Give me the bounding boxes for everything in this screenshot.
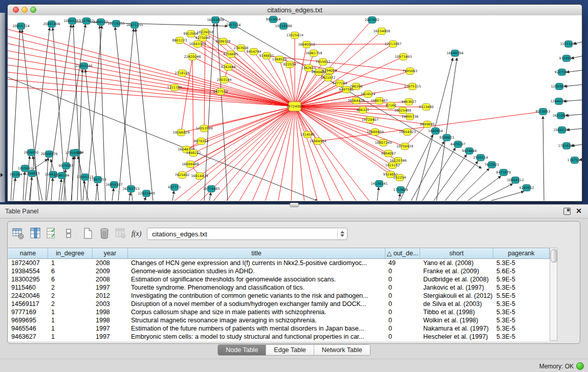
- table-cell[interactable]: 18724007: [8, 259, 48, 267]
- table-cell[interactable]: Genome-wide association studies in ADHD.: [128, 267, 385, 275]
- graph-edge[interactable]: [115, 27, 133, 201]
- table-row[interactable]: 946362711997Embryonic stem cells: a mode…: [8, 333, 550, 341]
- table-cell[interactable]: Embryonic stem cells: a model to study s…: [128, 333, 385, 341]
- column-header-pagerank[interactable]: pagerank: [493, 248, 550, 258]
- table-cell[interactable]: 5.9E-5: [493, 275, 550, 283]
- graph-edge[interactable]: [112, 188, 114, 201]
- table-cell[interactable]: 0: [385, 316, 420, 324]
- graph-edge-selected[interactable]: [8, 29, 295, 106]
- table-cell[interactable]: 1: [48, 324, 93, 333]
- table-cell[interactable]: 1998: [93, 308, 128, 316]
- graph-edge[interactable]: [377, 187, 379, 201]
- table-row[interactable]: 1456911722003Disruption of a novel membe…: [8, 300, 550, 308]
- table-row[interactable]: 946554611997Estimation of the future num…: [8, 324, 550, 333]
- graph-edge[interactable]: [23, 172, 25, 201]
- table-cell[interactable]: 6: [48, 267, 93, 275]
- table-cell[interactable]: 0: [385, 333, 420, 341]
- table-cell[interactable]: 1998: [93, 316, 128, 324]
- table-row[interactable]: 977716911998Corpus callosum shape and si…: [8, 308, 550, 316]
- table-cell[interactable]: Jankovic et al. (1997): [420, 283, 493, 292]
- graph-edge[interactable]: [100, 26, 105, 201]
- graph-edge[interactable]: [411, 141, 444, 201]
- graph-edge-selected[interactable]: [307, 44, 393, 45]
- column-header-short[interactable]: short: [420, 248, 493, 258]
- table-cell[interactable]: 1: [48, 333, 93, 341]
- graph-edge-selected[interactable]: [290, 64, 295, 106]
- graph-edge-selected[interactable]: [192, 57, 193, 153]
- graph-edge-selected[interactable]: [8, 79, 295, 106]
- table-cell[interactable]: Stergiakouli et al. (2012): [420, 292, 493, 300]
- close-panel-icon[interactable]: ✕: [576, 207, 582, 215]
- table-cell[interactable]: 5.3E-5: [493, 283, 550, 292]
- table-cell[interactable]: 9777169: [8, 308, 48, 316]
- graph-edge-selected[interactable]: [291, 106, 295, 201]
- graph-edge[interactable]: [13, 178, 15, 201]
- graph-edge[interactable]: [172, 191, 174, 201]
- scrollbar-thumb[interactable]: [551, 249, 557, 262]
- column-header-name[interactable]: name: [8, 248, 48, 258]
- float-panel-icon[interactable]: [563, 208, 571, 215]
- memory-status-indicator[interactable]: [576, 362, 584, 370]
- table-cell[interactable]: 1: [48, 259, 93, 267]
- column-header-year[interactable]: year: [93, 248, 128, 258]
- table-cell[interactable]: 2008: [93, 275, 128, 283]
- graph-edge[interactable]: [445, 161, 478, 201]
- table-cell[interactable]: 5.6E-5: [493, 267, 550, 275]
- graph-edge[interactable]: [399, 193, 400, 201]
- table-cell[interactable]: 1997: [93, 333, 128, 341]
- graph-edge[interactable]: [456, 168, 489, 201]
- show-column-button[interactable]: [29, 227, 42, 240]
- table-cell[interactable]: 19384554: [8, 267, 48, 275]
- table-cell[interactable]: 9463627: [8, 333, 48, 341]
- tab-network-table[interactable]: Network Table: [314, 345, 370, 355]
- table-cell[interactable]: 1: [48, 316, 93, 324]
- table-cell[interactable]: Nakamura et al. (1997): [420, 324, 493, 333]
- table-selector-combobox[interactable]: citations_edges.txt: [147, 228, 347, 240]
- delete-column-button[interactable]: [98, 227, 111, 240]
- table-cell[interactable]: 5.3E-5: [493, 259, 550, 267]
- table-row[interactable]: 1938455462009Genome-wide association stu…: [8, 267, 550, 275]
- pane-divider-handle[interactable]: [290, 203, 299, 207]
- new-column-button[interactable]: [81, 227, 95, 240]
- table-cell[interactable]: 5.3E-5: [493, 324, 550, 333]
- graph-edge[interactable]: [96, 183, 97, 201]
- table-cell[interactable]: 2009: [93, 267, 128, 275]
- table-cell[interactable]: 5.3E-5: [493, 300, 550, 308]
- table-cell[interactable]: 2003: [93, 300, 128, 308]
- table-row[interactable]: 969969511998Structural magnetic resonanc…: [8, 316, 550, 324]
- table-cell[interactable]: de Silva et al. (2003): [420, 300, 493, 308]
- column-header-title[interactable]: title: [128, 248, 385, 258]
- graph-edge[interactable]: [33, 156, 42, 201]
- graph-edge-selected[interactable]: [8, 58, 295, 106]
- graph-edge[interactable]: [422, 148, 455, 201]
- table-cell[interactable]: Wolkin et al. (1998): [420, 316, 493, 324]
- graph-edge-selected[interactable]: [190, 83, 340, 164]
- table-cell[interactable]: 1997: [93, 283, 128, 292]
- function-builder-button[interactable]: f(x): [132, 227, 145, 240]
- tab-edge-table[interactable]: Edge Table: [266, 345, 314, 355]
- graph-edge-selected[interactable]: [295, 106, 344, 201]
- table-cell[interactable]: 9465546: [8, 324, 48, 333]
- network-window-titlebar[interactable]: citations_edges.txt: [8, 5, 582, 16]
- table-cell[interactable]: 22420046: [8, 292, 48, 300]
- table-cell[interactable]: 1997: [93, 324, 128, 333]
- table-cell[interactable]: 5.3E-5: [493, 308, 550, 316]
- table-cell[interactable]: 5.5E-5: [493, 292, 550, 300]
- table-cell[interactable]: 0: [385, 324, 420, 333]
- graph-edge[interactable]: [59, 179, 61, 201]
- table-cell[interactable]: 2012: [93, 292, 128, 300]
- table-cell[interactable]: 6: [48, 275, 93, 283]
- table-cell[interactable]: 5.3E-5: [493, 316, 550, 324]
- graph-edge[interactable]: [73, 25, 81, 201]
- table-cell[interactable]: 0: [385, 292, 420, 300]
- network-canvas[interactable]: 1872400713325419166409101696175879558121…: [8, 15, 582, 201]
- table-settings-button[interactable]: [12, 227, 25, 240]
- graph-edge-selected[interactable]: [251, 106, 295, 201]
- table-cell[interactable]: 49: [385, 259, 420, 267]
- table-cell[interactable]: 1: [48, 308, 93, 316]
- graph-edge[interactable]: [433, 155, 467, 201]
- table-cell[interactable]: 2: [48, 292, 93, 300]
- graph-edge[interactable]: [77, 70, 82, 201]
- table-cell[interactable]: 0: [385, 283, 420, 292]
- table-cell[interactable]: Investigating the contribution of common…: [128, 292, 385, 300]
